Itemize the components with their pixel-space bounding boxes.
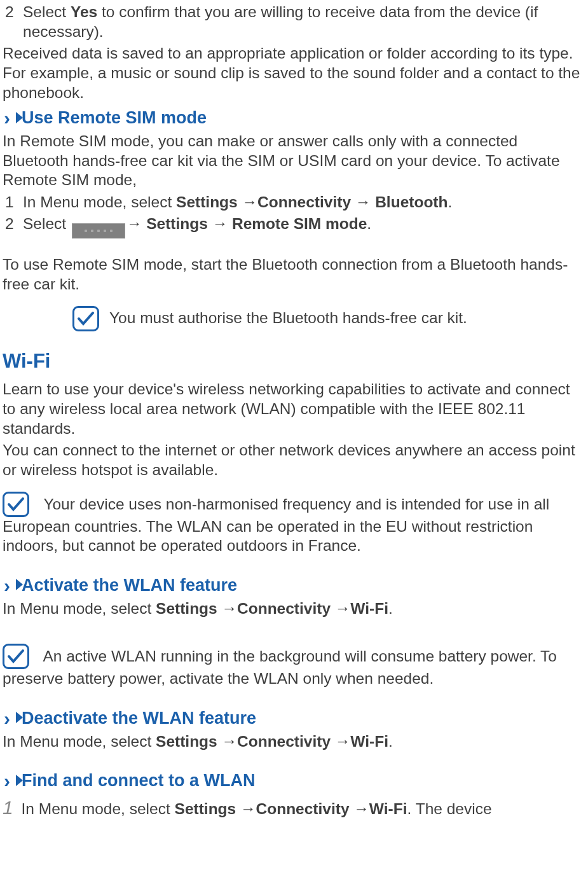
bold-text: Connectivity [237, 600, 335, 617]
subsection-title: Activate the WLAN feature [22, 575, 237, 597]
note-text: An active WLAN running in the background… [3, 647, 557, 687]
bold-text: Wi-Fi [350, 600, 388, 617]
text: . [448, 193, 452, 211]
subsection-heading: › Activate the WLAN feature [3, 575, 585, 597]
text: In Menu mode, select [23, 193, 176, 211]
subsection-title: Use Remote SIM mode [22, 107, 207, 129]
bold-text: Bluetooth [371, 193, 448, 211]
text: . [367, 215, 371, 232]
arrow-icon: → [126, 215, 142, 232]
step-text: Select Yes to confirm that you are willi… [23, 3, 585, 41]
bold-text: Remote SIM mode [228, 215, 367, 232]
arrow-icon: → [240, 800, 256, 817]
note-block: Your device uses non-harmonised frequenc… [3, 492, 585, 556]
step-number: 1 [3, 797, 17, 818]
note-block: You must authorise the Bluetooth hands-f… [3, 306, 585, 331]
note-block: An active WLAN running in the background… [3, 644, 585, 689]
text: In Menu mode, select [3, 600, 156, 617]
solid-chevron-icon [15, 773, 22, 789]
arrow-icon: → [335, 733, 351, 750]
note-icon [3, 492, 29, 517]
paragraph: In Remote SIM mode, you can make or answ… [3, 132, 585, 190]
text: In Menu mode, select [3, 733, 156, 750]
chevron-icon: › [3, 709, 15, 728]
bold-text: Connectivity [237, 733, 335, 750]
paragraph: To use Remote SIM mode, start the Blueto… [3, 255, 585, 294]
text: . [388, 600, 393, 617]
bold-text: Wi-Fi [350, 733, 388, 750]
bold-text: Settings [156, 733, 221, 750]
arrow-icon: → [222, 733, 238, 750]
bold-text: Connectivity [257, 193, 355, 211]
text: Select [23, 3, 71, 20]
step-number: 1 [5, 193, 23, 212]
step-item: 2 Select Yes to confirm that you are wil… [3, 3, 585, 41]
step-number: 2 [5, 3, 23, 41]
bold-text: Settings [175, 800, 240, 817]
solid-chevron-icon [15, 111, 22, 127]
bold-text: Settings [176, 193, 242, 211]
arrow-icon: → [242, 193, 258, 211]
paragraph: In Menu mode, select Settings →Connectiv… [3, 732, 585, 752]
arrow-icon: → [335, 600, 351, 617]
subsection-title: Deactivate the WLAN feature [22, 708, 256, 730]
note-icon [3, 644, 29, 669]
subsection-heading: › Find and connect to a WLAN [3, 770, 585, 792]
arrow-icon: → [212, 215, 228, 232]
bold-text: Connectivity [256, 800, 354, 817]
text: . The device [407, 800, 492, 817]
menu-button-icon [72, 223, 125, 239]
bold-text: Settings [142, 215, 212, 232]
text: . [388, 733, 393, 750]
note-text: You must authorise the Bluetooth hands-f… [109, 308, 467, 328]
note-icon [72, 306, 99, 331]
chevron-icon: › [3, 772, 15, 791]
step-item: 1 In Menu mode, select Settings →Connect… [3, 193, 585, 212]
arrow-icon: → [222, 600, 238, 617]
note-text: Your device uses non-harmonised frequenc… [3, 495, 549, 555]
step-item: 2 Select → Settings → Remote SIM mode. [3, 214, 585, 239]
paragraph: Received data is saved to an appropriate… [3, 44, 585, 102]
chevron-icon: › [3, 109, 15, 128]
bold-text: Settings [156, 600, 221, 617]
step-text: Select → Settings → Remote SIM mode. [23, 214, 585, 239]
solid-chevron-icon [15, 578, 22, 593]
paragraph: Learn to use your device's wireless netw… [3, 380, 585, 438]
subsection-heading: › Deactivate the WLAN feature [3, 708, 585, 730]
bold-text: Wi-Fi [369, 800, 407, 817]
step-number: 2 [5, 214, 23, 239]
text: In Menu mode, select [17, 800, 175, 817]
arrow-icon: → [353, 800, 369, 817]
arrow-icon: → [355, 193, 371, 211]
solid-chevron-icon [15, 710, 22, 726]
step-text: In Menu mode, select Settings →Connectiv… [23, 193, 585, 212]
paragraph: You can connect to the internet or other… [3, 441, 585, 480]
text: Select [23, 215, 71, 232]
paragraph: In Menu mode, select Settings →Connectiv… [3, 599, 585, 619]
bold-text: Yes [71, 3, 97, 20]
subsection-heading: › Use Remote SIM mode [3, 107, 585, 129]
chevron-icon: › [3, 576, 15, 595]
section-heading: Wi-Fi [3, 349, 585, 374]
step-item: 1 In Menu mode, select Settings →Connect… [3, 796, 585, 820]
text: to confirm that you are willing to recei… [23, 3, 538, 40]
subsection-title: Find and connect to a WLAN [22, 770, 255, 792]
